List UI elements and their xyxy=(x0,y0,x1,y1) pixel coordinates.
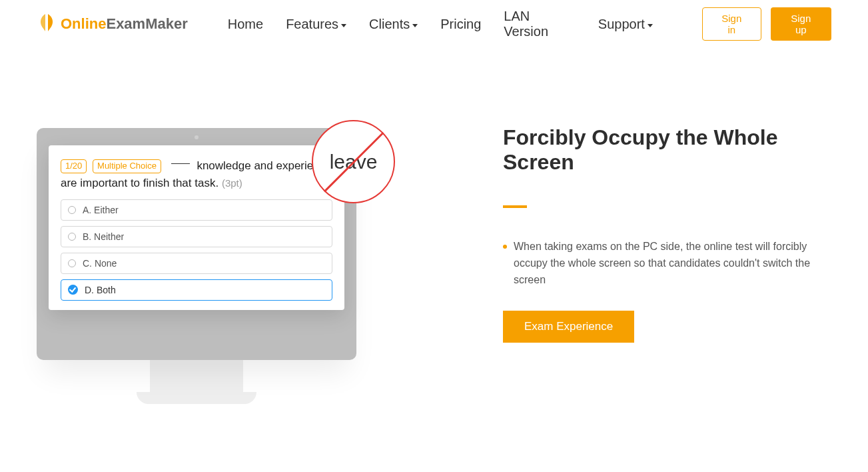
nav-features[interactable]: Features xyxy=(286,17,346,32)
nav-home-label: Home xyxy=(228,17,263,32)
header: OnlineExamMaker Home Features Clients Pr… xyxy=(0,0,868,39)
feature-bullet-1: When taking exams on the PC side, the on… xyxy=(503,239,831,288)
option-d-label: D. Both xyxy=(85,285,116,295)
progress-pill: 1/20 xyxy=(61,159,87,173)
logo-icon xyxy=(37,13,57,35)
question-points: (3pt) xyxy=(222,177,242,189)
main-content: 1/20 Multiple Choice knowledge and exper… xyxy=(0,39,868,419)
option-c[interactable]: C. None xyxy=(61,253,332,274)
radio-icon xyxy=(68,233,76,241)
exam-card: 1/20 Multiple Choice knowledge and exper… xyxy=(49,145,344,310)
check-circle-icon xyxy=(68,285,78,295)
option-b-label: B. Neither xyxy=(83,231,124,242)
brand-logo[interactable]: OnlineExamMaker xyxy=(37,13,188,35)
nav-pricing-label: Pricing xyxy=(440,17,481,32)
monitor-camera xyxy=(195,135,199,139)
nav-support-label: Support xyxy=(598,17,645,32)
monitor-stand-base xyxy=(137,392,256,404)
sign-in-button[interactable]: Sign in xyxy=(702,7,761,41)
question-type-pill: Multiple Choice xyxy=(93,159,161,173)
option-c-label: C. None xyxy=(83,258,117,269)
nav-features-label: Features xyxy=(286,17,338,32)
brand-name: OnlineExamMaker xyxy=(61,15,188,33)
option-b[interactable]: B. Neither xyxy=(61,226,332,247)
sign-up-button[interactable]: Sign up xyxy=(771,7,831,41)
nav-clients-label: Clients xyxy=(369,17,410,32)
blank-line xyxy=(171,163,190,164)
question-text: 1/20 Multiple Choice knowledge and exper… xyxy=(61,157,332,193)
radio-icon xyxy=(68,259,76,267)
main-nav: Home Features Clients Pricing LAN Versio… xyxy=(228,7,831,41)
feature-bullets: When taking exams on the PC side, the on… xyxy=(503,239,831,288)
option-d[interactable]: D. Both xyxy=(61,279,332,301)
section-copy: Forcibly Occupy the Whole Screen When ta… xyxy=(503,112,831,419)
chevron-down-icon xyxy=(341,24,346,27)
nav-home[interactable]: Home xyxy=(228,17,263,32)
nav-lan-version[interactable]: LAN Version xyxy=(504,9,575,39)
chevron-down-icon xyxy=(648,24,653,27)
accent-bar xyxy=(503,205,527,208)
option-a[interactable]: A. Either xyxy=(61,199,332,221)
nav-clients[interactable]: Clients xyxy=(369,17,418,32)
leave-text: leave xyxy=(330,151,378,173)
exam-experience-button[interactable]: Exam Experience xyxy=(503,311,634,343)
radio-icon xyxy=(68,206,76,214)
chevron-down-icon xyxy=(412,24,418,27)
nav-lan-version-label: LAN Version xyxy=(504,9,575,39)
no-leave-badge: leave xyxy=(312,120,395,203)
nav-support[interactable]: Support xyxy=(598,17,653,32)
monitor-illustration: 1/20 Multiple Choice knowledge and exper… xyxy=(37,112,410,419)
nav-pricing[interactable]: Pricing xyxy=(440,17,481,32)
auth-buttons: Sign in Sign up xyxy=(702,7,831,41)
section-title: Forcibly Occupy the Whole Screen xyxy=(503,125,831,175)
option-a-label: A. Either xyxy=(83,205,119,215)
